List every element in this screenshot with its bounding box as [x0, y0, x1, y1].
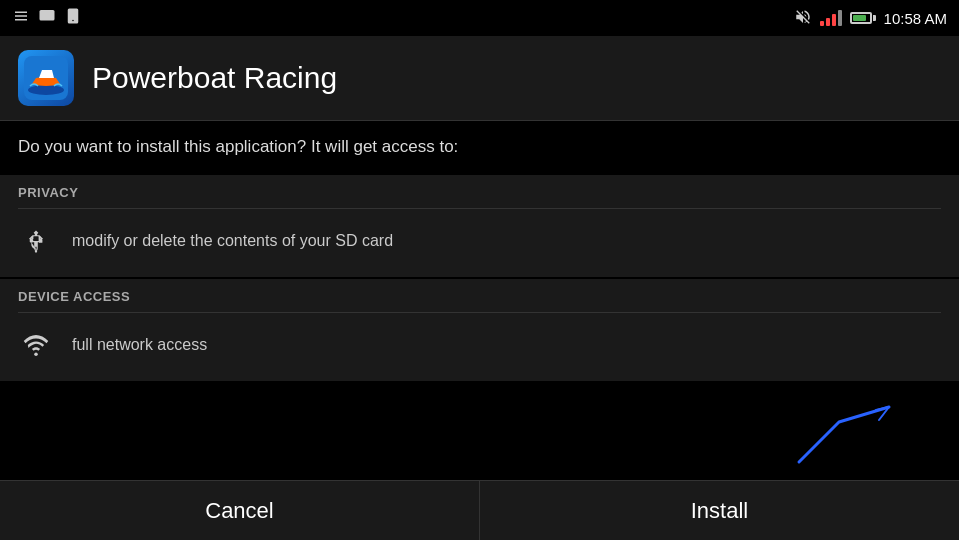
status-icons-right: 10:58 AM	[794, 8, 947, 29]
signal-icon	[820, 8, 842, 29]
message-icon	[38, 7, 56, 29]
install-button[interactable]: Install	[480, 481, 959, 540]
privacy-section: PRIVACY modify or delete the contents of…	[0, 175, 959, 277]
battery-icon	[850, 12, 876, 24]
usb-icon	[18, 223, 54, 259]
device-access-section: DEVICE ACCESS full network access	[0, 279, 959, 381]
bottom-button-bar: Cancel Install	[0, 480, 959, 540]
notification-icon	[12, 7, 30, 29]
app-title: Powerboat Racing	[92, 61, 337, 95]
privacy-section-label: PRIVACY	[18, 185, 941, 200]
install-prompt: Do you want to install this application?…	[0, 121, 959, 173]
privacy-permission-item: modify or delete the contents of your SD…	[18, 208, 941, 269]
wifi-icon	[18, 327, 54, 363]
cancel-button[interactable]: Cancel	[0, 481, 480, 540]
svg-point-4	[28, 85, 64, 95]
device-access-permission-item: full network access	[18, 312, 941, 373]
svg-point-8	[34, 353, 38, 357]
status-bar: 10:58 AM	[0, 0, 959, 36]
app-header: Powerboat Racing	[0, 36, 959, 120]
app-icon	[18, 50, 74, 106]
device-access-section-label: DEVICE ACCESS	[18, 289, 941, 304]
svg-line-10	[876, 407, 889, 410]
svg-point-2	[72, 20, 74, 22]
privacy-perm-text: modify or delete the contents of your SD…	[72, 232, 393, 250]
install-prompt-text: Do you want to install this application?…	[18, 137, 458, 156]
svg-rect-7	[39, 240, 43, 243]
status-time: 10:58 AM	[884, 10, 947, 27]
svg-line-9	[879, 407, 889, 420]
status-icons-left	[12, 7, 82, 29]
tablet-icon	[64, 7, 82, 29]
device-access-perm-text: full network access	[72, 336, 207, 354]
mute-icon	[794, 8, 812, 29]
svg-rect-0	[40, 10, 55, 21]
svg-point-6	[30, 239, 33, 243]
blue-checkmark-annotation	[759, 402, 899, 482]
